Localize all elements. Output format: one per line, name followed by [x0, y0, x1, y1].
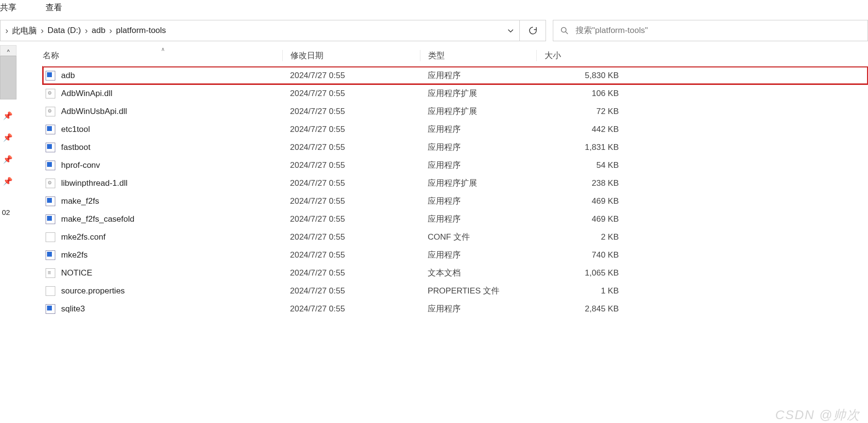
breadcrumb-item[interactable]: Data (D:)	[46, 20, 83, 41]
chevron-right-icon[interactable]: ›	[39, 26, 46, 36]
file-name: sqlite3	[61, 304, 85, 314]
ribbon-tab-view[interactable]: 查看	[46, 2, 62, 13]
file-size: 2 KB	[536, 232, 627, 242]
exe-icon	[46, 304, 55, 314]
file-type: 应用程序扩展	[420, 106, 536, 117]
file-type: 文本文档	[420, 267, 536, 278]
exe-icon	[46, 214, 55, 224]
txt-icon	[46, 268, 55, 278]
file-type: CONF 文件	[420, 231, 536, 243]
file-date: 2024/7/27 0:55	[282, 71, 420, 81]
exe-icon	[46, 196, 55, 206]
file-row[interactable]: etc1tool2024/7/27 0:55应用程序442 KB	[43, 120, 868, 138]
file-date: 2024/7/27 0:55	[282, 250, 420, 260]
chevron-right-icon[interactable]: ›	[3, 26, 10, 36]
search-input[interactable]	[576, 26, 861, 35]
file-date: 2024/7/27 0:55	[282, 179, 420, 188]
exe-icon	[46, 250, 55, 260]
file-row[interactable]: hprof-conv2024/7/27 0:55应用程序54 KB	[43, 156, 868, 174]
refresh-button[interactable]	[520, 20, 546, 41]
file-size: 5,830 KB	[536, 71, 627, 81]
breadcrumb-item[interactable]: platform-tools	[114, 20, 168, 41]
file-type: 应用程序	[420, 303, 536, 314]
file-type: 应用程序	[420, 249, 536, 260]
file-size: 106 KB	[536, 89, 627, 98]
chevron-right-icon[interactable]: ›	[83, 26, 90, 36]
partial-text: 02	[2, 208, 10, 216]
file-row[interactable]: make_f2fs_casefold2024/7/27 0:55应用程序469 …	[43, 210, 868, 228]
breadcrumb-item[interactable]: 此电脑	[10, 20, 39, 41]
file-type: 应用程序	[420, 124, 536, 135]
file-type: 应用程序扩展	[420, 178, 536, 189]
scroll-up-button[interactable]: ∧	[0, 45, 16, 56]
file-row[interactable]: mke2fs.conf2024/7/27 0:55CONF 文件2 KB	[43, 228, 868, 246]
address-history-dropdown[interactable]	[502, 27, 519, 34]
column-header-name[interactable]: 名称 ∧	[43, 50, 282, 61]
dll-icon	[46, 179, 55, 188]
file-row[interactable]: libwinpthread-1.dll2024/7/27 0:55应用程序扩展2…	[43, 174, 868, 192]
file-row[interactable]: adb2024/7/27 0:55应用程序5,830 KB	[43, 66, 868, 84]
ribbon-tabs: 共享 查看	[0, 0, 868, 16]
file-size: 1,831 KB	[536, 143, 627, 152]
ribbon-tab-share[interactable]: 共享	[0, 2, 16, 13]
file-name: adb	[61, 71, 75, 81]
file-size: 2,845 KB	[536, 304, 627, 314]
file-size: 1,065 KB	[536, 268, 627, 278]
file-list: adb2024/7/27 0:55应用程序5,830 KBAdbWinApi.d…	[43, 66, 868, 318]
svg-point-0	[562, 28, 566, 33]
column-header-type[interactable]: 类型	[420, 50, 536, 61]
exe-icon	[46, 143, 55, 152]
file-date: 2024/7/27 0:55	[282, 125, 420, 134]
column-header-date[interactable]: 修改日期	[282, 50, 420, 61]
file-row[interactable]: AdbWinUsbApi.dll2024/7/27 0:55应用程序扩展72 K…	[43, 102, 868, 120]
file-type: 应用程序	[420, 142, 536, 153]
dll-icon	[46, 89, 55, 98]
file-name: libwinpthread-1.dll	[61, 179, 128, 188]
breadcrumb-item[interactable]: adb	[90, 20, 107, 41]
file-name: mke2fs	[61, 250, 88, 260]
file-name: hprof-conv	[61, 161, 100, 170]
file-row[interactable]: mke2fs2024/7/27 0:55应用程序740 KB	[43, 246, 868, 264]
file-type: 应用程序	[420, 195, 536, 207]
file-type: PROPERTIES 文件	[420, 285, 536, 296]
file-name: AdbWinApi.dll	[61, 89, 113, 98]
file-row[interactable]: make_f2fs2024/7/27 0:55应用程序469 KB	[43, 192, 868, 210]
exe-icon	[46, 161, 55, 170]
file-date: 2024/7/27 0:55	[282, 304, 420, 314]
pin-icon: 📌	[3, 111, 13, 120]
column-header-size[interactable]: 大小	[536, 50, 627, 61]
pin-icon: 📌	[3, 133, 13, 142]
file-name: etc1tool	[61, 125, 90, 134]
file-date: 2024/7/27 0:55	[282, 232, 420, 242]
file-size: 469 KB	[536, 196, 627, 206]
file-type: 应用程序扩展	[420, 88, 536, 99]
file-row[interactable]: sqlite32024/7/27 0:55应用程序2,845 KB	[43, 300, 868, 318]
nav-pane-scrollbar[interactable]: ∧ 📌 📌 📌 📌 02	[0, 45, 16, 423]
file-icon	[46, 286, 55, 296]
exe-icon	[46, 125, 55, 134]
file-name: source.properties	[61, 286, 125, 296]
file-name: make_f2fs	[61, 196, 99, 206]
column-headers: 名称 ∧ 修改日期 类型 大小	[43, 45, 868, 66]
file-type: 应用程序	[420, 160, 536, 171]
file-size: 54 KB	[536, 161, 627, 170]
file-date: 2024/7/27 0:55	[282, 89, 420, 98]
watermark: CSDN @帅次	[775, 407, 860, 423]
file-name: fastboot	[61, 143, 91, 152]
file-row[interactable]: fastboot2024/7/27 0:55应用程序1,831 KB	[43, 138, 868, 156]
file-type: 应用程序	[420, 213, 536, 225]
file-date: 2024/7/27 0:55	[282, 196, 420, 206]
file-size: 238 KB	[536, 179, 627, 188]
file-size: 1 KB	[536, 286, 627, 296]
file-date: 2024/7/27 0:55	[282, 161, 420, 170]
file-row[interactable]: AdbWinApi.dll2024/7/27 0:55应用程序扩展106 KB	[43, 84, 868, 102]
file-row[interactable]: source.properties2024/7/27 0:55PROPERTIE…	[43, 282, 868, 300]
chevron-right-icon[interactable]: ›	[107, 26, 114, 36]
address-breadcrumb[interactable]: › 此电脑 › Data (D:) › adb › platform-tools	[0, 20, 520, 41]
scroll-thumb[interactable]	[0, 56, 16, 99]
file-date: 2024/7/27 0:55	[282, 143, 420, 152]
file-size: 469 KB	[536, 214, 627, 224]
svg-line-1	[566, 32, 568, 34]
search-box[interactable]	[553, 20, 868, 41]
file-row[interactable]: NOTICE2024/7/27 0:55文本文档1,065 KB	[43, 264, 868, 282]
